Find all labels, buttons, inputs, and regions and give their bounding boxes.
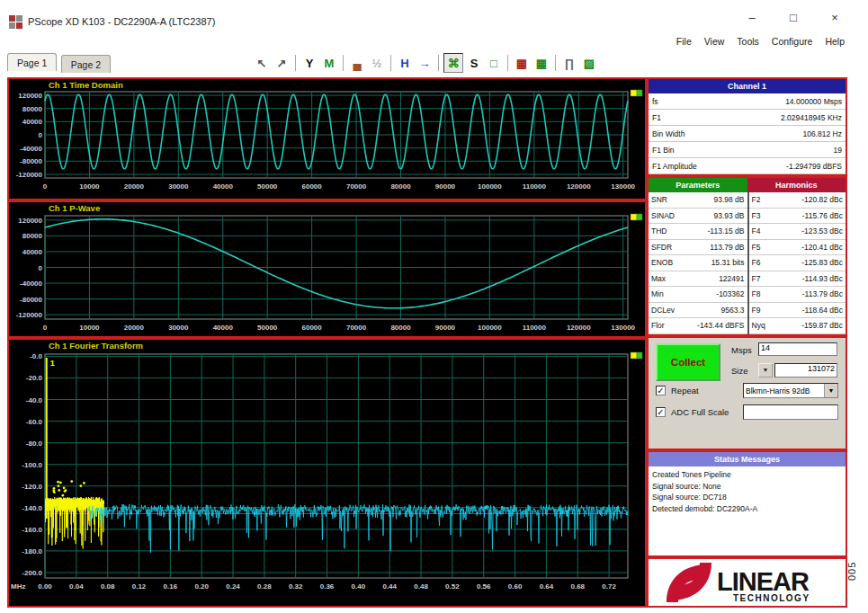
- histogram-icon[interactable]: ▄: [348, 54, 366, 72]
- svg-text:0: 0: [43, 324, 48, 332]
- linear-technology-logo: LINEAR TECHNOLOGY: [658, 561, 837, 604]
- harmonic-row: Nyq-159.87 dBc: [749, 318, 846, 334]
- parameter-row: SFDR113.79 dB: [649, 240, 747, 256]
- size-input[interactable]: 131072: [774, 363, 837, 378]
- channel-info-panel: Channel 1 fs14.000000 MspsF12.029418945 …: [647, 77, 847, 176]
- menu-item-configure[interactable]: Configure: [772, 36, 813, 47]
- parameter-row-value: 122491: [719, 274, 744, 283]
- adc-full-scale-checkbox[interactable]: ✓: [656, 407, 666, 417]
- svg-text:120000: 120000: [18, 217, 42, 225]
- harmonic-row: F5-120.41 dBc: [749, 240, 846, 256]
- parameter-row-label: SFDR: [651, 243, 672, 252]
- svg-text:-80000: -80000: [20, 296, 42, 304]
- parameter-row: ENOB15.31 bits: [649, 255, 747, 271]
- svg-text:-160.0: -160.0: [22, 526, 42, 534]
- tone-icon[interactable]: S: [465, 54, 483, 72]
- tab-page-1[interactable]: Page 1: [7, 53, 57, 71]
- svg-text:-20.0: -20.0: [26, 374, 43, 382]
- channel-row-value: -1.294799 dBFS: [786, 162, 842, 171]
- signal-chain-icon[interactable]: ⌘: [443, 53, 463, 73]
- time-domain-chart[interactable]: 0100002000030000400005000060000700008000…: [9, 89, 645, 199]
- zoom-arrow-icon[interactable]: ↗: [273, 54, 291, 72]
- pulse-icon[interactable]: ∏: [560, 54, 578, 72]
- svg-text:-100.0: -100.0: [22, 461, 42, 469]
- svg-text:MHz: MHz: [11, 582, 25, 591]
- svg-text:80000: 80000: [390, 324, 411, 332]
- menu-bar: FileViewToolsConfigureHelp: [676, 36, 845, 47]
- parameter-row-value: 113.79 dB: [710, 243, 744, 252]
- harmonic-row-value: -113.79 dBc: [802, 289, 843, 298]
- parameter-row-value: 15.31 bits: [711, 258, 745, 267]
- svg-text:0.20: 0.20: [194, 582, 209, 591]
- msps-input[interactable]: 14: [758, 342, 837, 356]
- menu-item-help[interactable]: Help: [825, 36, 845, 47]
- pscope-window: PScope XD K103 - DC2290A-A (LTC2387) – □…: [0, 0, 868, 613]
- harmonic-row: F2-120.82 dBc: [749, 192, 846, 209]
- menu-item-view[interactable]: View: [704, 36, 725, 47]
- toolbar-separator: [507, 55, 508, 71]
- harmonic-row: F7-114.93 dBc: [749, 271, 846, 288]
- compare-red-icon[interactable]: ▦: [513, 54, 531, 72]
- window-select[interactable]: Blkmn-Harris 92dB ▼: [743, 383, 838, 398]
- parameter-row: Min-103362: [649, 287, 747, 303]
- collect-button[interactable]: Collect: [656, 343, 720, 381]
- svg-text:40000: 40000: [213, 182, 234, 191]
- svg-text:0.64: 0.64: [540, 582, 554, 591]
- harmonic-row: F3-115.76 dBc: [749, 209, 846, 225]
- svg-text:120000: 120000: [18, 92, 42, 100]
- svg-text:30000: 30000: [168, 324, 189, 332]
- svg-text:20000: 20000: [124, 324, 145, 332]
- adc-full-scale-label: ADC Full Scale: [671, 407, 729, 417]
- svg-text:30000: 30000: [168, 182, 189, 191]
- close-icon[interactable]: ×: [827, 11, 843, 24]
- svg-text:-40.0: -40.0: [26, 396, 43, 404]
- svg-text:10000: 10000: [79, 324, 100, 332]
- window-select-value: Blkmn-Harris 92dB: [746, 386, 810, 395]
- collect-panel: Collect Msps 14 Size ▼ 131072 ✓ Repeat B…: [647, 336, 847, 450]
- parameter-row: DCLev9563.3: [649, 303, 747, 319]
- svg-text:0.04: 0.04: [69, 582, 84, 591]
- repeat-checkbox[interactable]: ✓: [656, 386, 666, 395]
- svg-text:0.16: 0.16: [164, 582, 178, 591]
- svg-text:0: 0: [39, 131, 43, 139]
- window-select-arrow-icon[interactable]: ▼: [824, 384, 837, 397]
- status-header: Status Messages: [649, 452, 846, 466]
- harmonic-row-label: F7: [752, 274, 761, 283]
- pwave-chart[interactable]: 0100002000030000400005000060000700008000…: [9, 212, 645, 336]
- svg-text:0.28: 0.28: [257, 582, 272, 591]
- window-shape-icon[interactable]: □: [485, 54, 503, 72]
- tab-row: Page 1 Page 2: [7, 53, 111, 77]
- maximize-icon[interactable]: □: [785, 11, 801, 24]
- size-dropdown-icon[interactable]: ▼: [758, 363, 773, 378]
- minimize-icon[interactable]: –: [744, 11, 760, 24]
- menu-item-file[interactable]: File: [676, 36, 692, 47]
- continuous-collect-icon[interactable]: →: [416, 54, 434, 72]
- adc-full-scale-input[interactable]: [743, 404, 838, 420]
- averaging-icon[interactable]: H: [396, 54, 414, 72]
- menu-item-tools[interactable]: Tools: [737, 36, 759, 47]
- measure-icon[interactable]: M: [320, 54, 338, 72]
- tab-page-2[interactable]: Page 2: [61, 55, 111, 73]
- parameter-row-label: THD: [651, 227, 667, 235]
- harmonic-row-value: -120.82 dBc: [801, 195, 843, 204]
- harmonic-row: F8-113.79 dBc: [749, 287, 846, 303]
- channel-rows: fs14.000000 MspsF12.029418945 KHzBin Wid…: [649, 93, 846, 174]
- logo-panel: LINEAR TECHNOLOGY: [647, 557, 847, 608]
- harmonic-row: F6-125.83 dBc: [749, 255, 846, 271]
- harmonic-row-value: -123.53 dBc: [801, 227, 843, 235]
- compare-green-icon[interactable]: ▦: [532, 54, 550, 72]
- svg-text:0.68: 0.68: [570, 582, 585, 591]
- zoom-cursor-icon[interactable]: ↖: [253, 54, 271, 72]
- svg-text:110000: 110000: [523, 182, 547, 191]
- harmonic-row-label: F2: [752, 195, 761, 204]
- harmonic-row-label: F8: [752, 289, 761, 298]
- parameter-row-value: 93.93 dB: [713, 211, 744, 220]
- fourier-chart[interactable]: 0.000.040.080.120.160.200.240.280.320.36…: [9, 350, 645, 606]
- half-scale-icon: ½: [368, 54, 386, 72]
- svg-text:-120000: -120000: [16, 311, 43, 319]
- y-scale-icon[interactable]: Y: [300, 54, 318, 72]
- svg-text:0.44: 0.44: [382, 582, 397, 591]
- parameter-row-value: 9563.3: [721, 306, 745, 315]
- export-image-icon[interactable]: ▨: [580, 54, 598, 72]
- parameters-header: Parameters: [649, 178, 747, 192]
